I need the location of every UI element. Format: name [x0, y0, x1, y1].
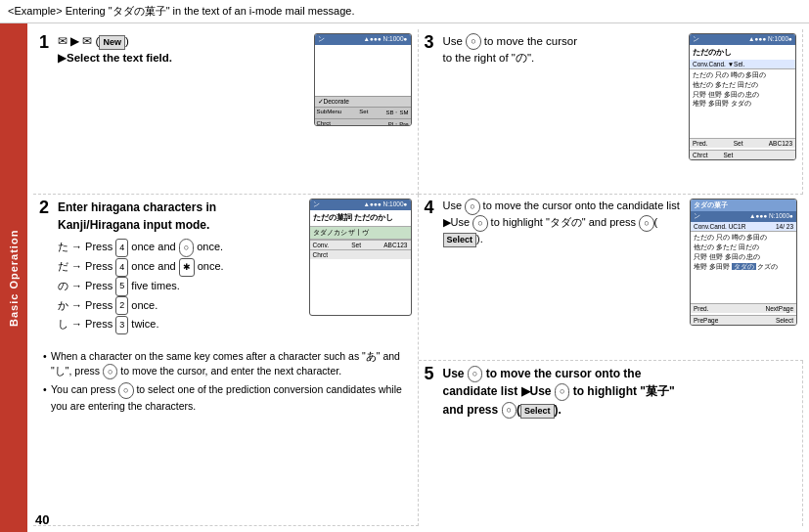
select-label: Select [520, 404, 555, 420]
step-2-bullets: When a character on the same key comes a… [39, 346, 412, 414]
sidebar: Basic Operation [0, 23, 27, 532]
step-5-number: 5 [425, 365, 438, 420]
step-4-number: 4 [425, 199, 438, 355]
step-1: 1 ✉ ▶ ✉ (New) ▶Select the text field. ン▲… [33, 29, 419, 195]
step-1-screen: ン▲●●● N:1000● ✓Decorate SubMenuSetSB・SM … [314, 33, 412, 126]
step-1-text: ✉ ▶ ✉ (New) ▶Select the text field. [58, 33, 309, 66]
step-3-text: Use ○ to move the cursorto the right of … [443, 33, 685, 190]
step-2-lines: た → Press 4 once and ○ once. だ → Press 4… [58, 238, 304, 334]
step-3-screen: ン▲●●● N:1000● ただのかし Conv.Cand. ▼Sel. ただの… [689, 33, 796, 160]
step-4: 4 Use ○ to move the cursor onto the cand… [419, 195, 804, 360]
step-2-screen: ン▲●●● N:1000● ただの菓詞 ただのかし タダノカシ ザ丨ヴ Conv… [309, 199, 412, 316]
step-3-number: 3 [425, 33, 438, 190]
step-2-title: Enter hiragana characters inKanji/Hiraga… [58, 199, 304, 234]
sidebar-label: Basic Operation [8, 229, 20, 326]
step-5: 5 Use ○ to move the cursor onto the cand… [419, 361, 804, 526]
step-5-text: Use ○ to move the cursor onto the candid… [443, 365, 797, 420]
top-note: <Example> Entering "タダの菓子" in the text o… [0, 0, 809, 23]
step-4-screen: タダの菓子 ン▲●●● N:1000● Conv.Cand. UC1R14/ 2… [690, 199, 797, 326]
step-2: 2 Enter hiragana characters inKanji/Hira… [33, 195, 419, 526]
step-1-number: 1 [39, 33, 53, 51]
page-number: 40 [35, 512, 49, 527]
step-4-text: Use ○ to move the cursor onto the candid… [443, 199, 686, 355]
step-3: 3 Use ○ to move the cursorto the right o… [419, 29, 804, 195]
step-2-number: 2 [39, 199, 53, 334]
